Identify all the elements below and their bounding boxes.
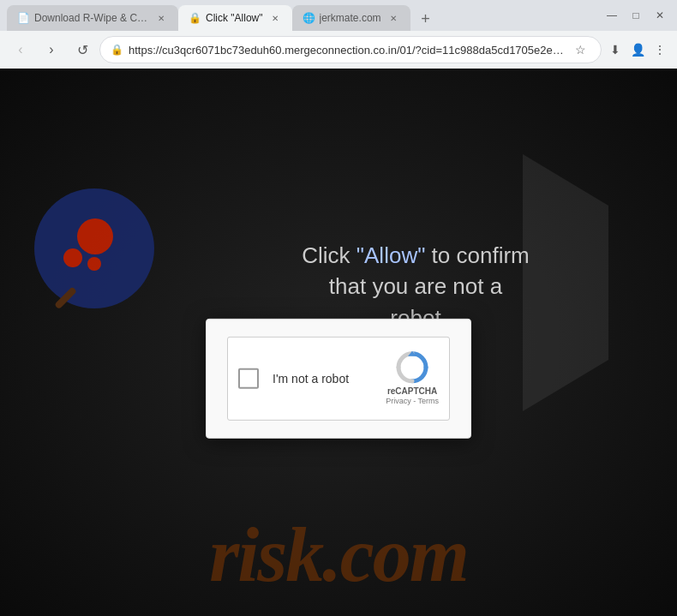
logo-inner xyxy=(51,206,137,291)
toolbar-icons: ⬇ 👤 ⋮ xyxy=(605,39,670,60)
tab-3[interactable]: 🌐 jerkmate.com ✕ xyxy=(292,5,410,31)
tab-2[interactable]: 🔒 Click "Allow" ✕ xyxy=(178,5,292,31)
message-allow: "Allow" xyxy=(356,242,426,268)
recaptcha-logo xyxy=(396,350,428,383)
minimize-icon: — xyxy=(607,9,617,21)
tab1-close-button[interactable]: ✕ xyxy=(154,11,168,25)
recaptcha-checkbox[interactable] xyxy=(238,368,259,389)
nav-bar: ‹ › ↺ 🔒 https://cu3qcr6071bc73eduh60.mer… xyxy=(0,31,677,69)
maximize-icon: □ xyxy=(632,9,638,21)
tab-bar: 📄 Download R-Wipe & Clean 20... ✕ 🔒 Clic… xyxy=(7,0,598,31)
refresh-button[interactable]: ↺ xyxy=(69,36,96,63)
recaptcha-svg xyxy=(396,350,428,383)
tab3-close-button[interactable]: ✕ xyxy=(386,11,400,25)
logo-red-large xyxy=(77,218,113,254)
tab1-title: Download R-Wipe & Clean 20... xyxy=(34,12,149,24)
tab-1[interactable]: 📄 Download R-Wipe & Clean 20... ✕ xyxy=(7,5,178,31)
forward-icon: › xyxy=(49,42,53,57)
logo-red-small2 xyxy=(87,257,101,271)
forward-button[interactable]: › xyxy=(38,36,65,63)
recaptcha-logo-area: reCAPTCHA Privacy - Terms xyxy=(386,350,439,406)
lock-icon: 🔒 xyxy=(111,44,123,56)
message-line3: that you are not a xyxy=(329,273,502,299)
recaptcha-title: reCAPTCHA xyxy=(386,385,439,396)
window-controls: — □ ✕ xyxy=(602,5,670,26)
maximize-button[interactable]: □ xyxy=(626,5,646,26)
back-button[interactable]: ‹ xyxy=(7,36,34,63)
download-icon[interactable]: ⬇ xyxy=(605,39,626,60)
minimize-button[interactable]: — xyxy=(602,5,622,26)
address-bar-icons: ☆ xyxy=(570,39,590,60)
logo-watermark xyxy=(34,188,154,308)
recaptcha-brand: reCAPTCHA Privacy - Terms xyxy=(386,385,439,406)
plus-icon: + xyxy=(421,10,430,28)
bookmark-icon[interactable]: ☆ xyxy=(570,39,590,60)
page-content: Click "Allow" to confirm that you are no… xyxy=(0,69,677,616)
recaptcha-inner: I'm not a robot xyxy=(227,336,450,421)
title-bar: 📄 Download R-Wipe & Clean 20... ✕ 🔒 Clic… xyxy=(0,0,677,31)
logo-red-small1 xyxy=(63,248,82,267)
watermark-text: risk.com xyxy=(209,511,468,599)
close-button[interactable]: ✕ xyxy=(650,5,670,26)
message-to-confirm: to confirm xyxy=(425,242,529,268)
tab2-title: Click "Allow" xyxy=(206,12,263,24)
address-bar[interactable]: 🔒 https://cu3qcr6071bc73eduh60.mergeconn… xyxy=(99,36,602,63)
tab2-favicon: 🔒 xyxy=(189,12,201,24)
close-icon: ✕ xyxy=(656,9,664,21)
menu-icon[interactable]: ⋮ xyxy=(650,39,670,60)
new-tab-button[interactable]: + xyxy=(414,7,438,31)
tab3-title: jerkmate.com xyxy=(320,12,381,24)
recaptcha-modal: I'm not a robot xyxy=(206,318,471,439)
tab2-close-button[interactable]: ✕ xyxy=(268,11,282,25)
tab1-favicon: 📄 xyxy=(17,12,29,24)
recaptcha-label: I'm not a robot xyxy=(273,372,372,386)
recaptcha-links: Privacy - Terms xyxy=(386,396,439,406)
profile-icon[interactable]: 👤 xyxy=(627,39,648,60)
message-click: Click xyxy=(302,242,356,268)
url-text: https://cu3qcr6071bc73eduh60.mergeconnec… xyxy=(129,44,565,57)
browser-window: 📄 Download R-Wipe & Clean 20... ✕ 🔒 Clic… xyxy=(0,0,677,616)
refresh-icon: ↺ xyxy=(77,42,88,58)
back-icon: ‹ xyxy=(18,42,22,57)
tab3-favicon: 🌐 xyxy=(303,12,315,24)
